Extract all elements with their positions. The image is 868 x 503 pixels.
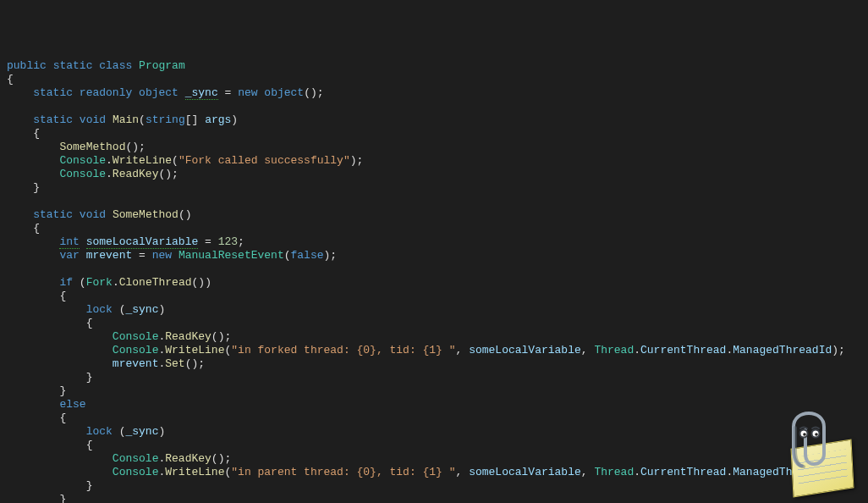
punc: , <box>581 466 595 478</box>
svg-point-2 <box>803 433 806 436</box>
punc: . <box>634 466 640 478</box>
punc: = <box>132 249 151 262</box>
ref-sync: _sync <box>125 425 158 438</box>
punc: ; <box>330 249 337 262</box>
ref-sync: _sync <box>125 303 158 316</box>
string-literal: "in parent thread: {0}, tid: {1} " <box>231 466 455 478</box>
method: CloneThread <box>119 276 192 289</box>
kw-int: int <box>59 235 79 249</box>
punc: , <box>581 344 595 357</box>
punc: ; <box>224 330 231 343</box>
type: Fork <box>86 276 113 289</box>
kw: void <box>80 208 106 221</box>
punc: ) <box>158 425 165 438</box>
type: Console <box>59 168 106 180</box>
type: Console <box>113 344 159 357</box>
punc: () <box>179 208 192 221</box>
brace: { <box>33 127 40 140</box>
punc: ( <box>284 249 291 262</box>
punc: ( <box>139 113 146 126</box>
punc: ; <box>172 168 179 180</box>
clippy-assistant[interactable] <box>782 417 858 493</box>
var-mrevent: mrevent <box>86 249 133 262</box>
type: Thread <box>594 466 634 478</box>
kw: object <box>264 86 304 99</box>
brace: { <box>86 317 93 329</box>
punc: ) <box>832 344 838 357</box>
type: Thread <box>594 344 634 357</box>
punc: = <box>198 235 217 248</box>
code-editor[interactable]: public static class Program { static rea… <box>7 59 868 503</box>
kw: else <box>59 398 85 411</box>
kw: public <box>7 59 47 72</box>
punc: ; <box>838 344 845 357</box>
method: ReadKey <box>113 168 159 180</box>
type: Program <box>139 59 185 72</box>
param-args: args <box>205 113 231 126</box>
punc: () <box>212 452 225 465</box>
var-somelocal: someLocalVariable <box>86 235 199 249</box>
kw: new <box>152 249 172 262</box>
field-sync: _sync <box>185 86 218 100</box>
punc: ; <box>238 235 244 248</box>
method-somemethod: SomeMethod <box>113 208 179 221</box>
punc: , <box>456 344 470 357</box>
punc: () <box>185 357 199 370</box>
kw: void <box>80 113 106 126</box>
kw: static <box>33 208 73 221</box>
punc: ; <box>198 357 205 370</box>
punc: . <box>634 344 640 357</box>
punc: () <box>212 330 225 343</box>
method: ReadKey <box>165 330 212 343</box>
brace: { <box>7 73 14 86</box>
punc: ) <box>205 276 212 289</box>
brace: } <box>86 479 93 492</box>
call-somemethod: SomeMethod <box>59 141 125 153</box>
kw: var <box>59 249 79 262</box>
punc: ; <box>317 86 324 99</box>
method: WriteLine <box>165 344 224 357</box>
method: WriteLine <box>113 154 172 167</box>
punc: . <box>106 168 113 180</box>
method: ReadKey <box>165 452 212 465</box>
kw: lock <box>86 425 113 438</box>
number: 123 <box>218 235 238 248</box>
ref-var: someLocalVariable <box>469 344 581 357</box>
punc: () <box>192 276 206 289</box>
kw: object <box>139 86 179 99</box>
type: Console <box>59 154 106 167</box>
kw: false <box>291 249 324 262</box>
kw: new <box>238 86 257 99</box>
ref-var: someLocalVariable <box>469 466 581 478</box>
brace: { <box>59 412 66 424</box>
punc: ; <box>224 452 231 465</box>
punc: ; <box>139 141 146 153</box>
punc: ) <box>231 113 238 126</box>
svg-point-3 <box>815 433 818 436</box>
string-literal: "Fork called successfully" <box>179 154 350 167</box>
punc: ) <box>350 154 357 167</box>
punc: , <box>456 466 470 478</box>
punc: ) <box>158 303 165 316</box>
type: ManualResetEvent <box>179 249 284 262</box>
prop: ManagedThreadId <box>733 344 832 357</box>
type: Console <box>113 466 159 478</box>
string-literal: "in forked thread: {0}, tid: {1} " <box>231 344 455 357</box>
punc: () <box>304 86 317 99</box>
method: Set <box>165 357 184 370</box>
prop: CurrentThread <box>640 344 726 357</box>
punc: [] <box>185 113 199 126</box>
punc: () <box>125 141 139 153</box>
type: Console <box>113 330 159 343</box>
punc: . <box>113 276 119 289</box>
brace: { <box>59 290 66 302</box>
kw: class <box>99 59 132 72</box>
ref-mrevent: mrevent <box>113 357 159 370</box>
punc: ( <box>80 276 86 289</box>
prop: CurrentThread <box>640 466 726 478</box>
punc: . <box>106 154 113 167</box>
brace: } <box>59 493 66 503</box>
method-main: Main <box>113 113 139 126</box>
brace: { <box>33 222 40 235</box>
kw: readonly <box>80 86 132 99</box>
